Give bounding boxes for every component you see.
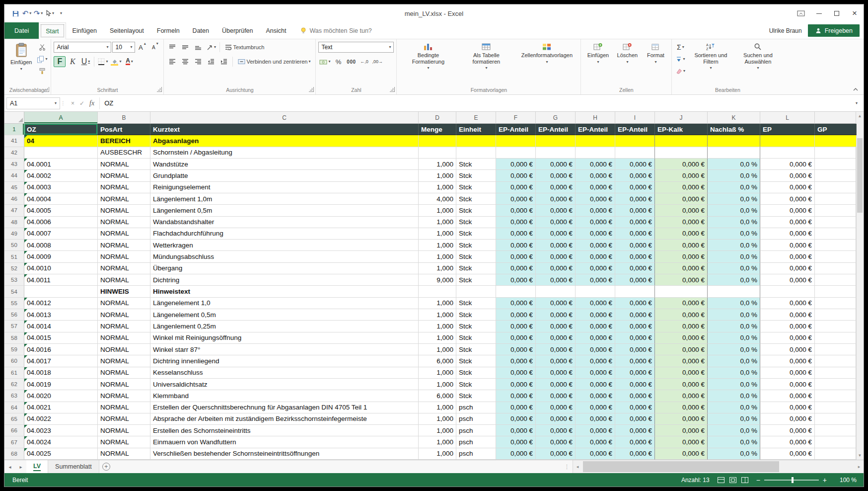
cell-r61-c10[interactable]: 0,0 % — [708, 367, 760, 379]
cell-r1-c8[interactable]: EP-Anteil — [615, 124, 655, 135]
decrease-decimal-button[interactable]: ,00→ — [371, 56, 384, 67]
cell-r63-c9[interactable]: 0,000 € — [655, 390, 708, 402]
cell-r52-c7[interactable]: 0,000 € — [576, 263, 615, 274]
row-number-1[interactable]: 1 — [4, 124, 24, 135]
font-color-button[interactable]: A▾ — [123, 56, 135, 67]
cell-r59-c7[interactable]: 0,000 € — [576, 344, 615, 355]
cell-r51-c1[interactable]: NORMAL — [98, 251, 150, 262]
cell-r1-c6[interactable]: EP-Anteil — [536, 124, 576, 135]
cell-r66-c7[interactable]: 0,000 € — [576, 425, 615, 436]
row-number-47[interactable]: 47 — [4, 205, 24, 216]
row-number-60[interactable]: 60 — [4, 355, 24, 367]
row-number-67[interactable]: 67 — [4, 436, 24, 448]
cell-r68-c7[interactable]: 0,000 € — [576, 448, 615, 460]
cell-r52-c1[interactable]: NORMAL — [98, 263, 150, 274]
align-right-button[interactable] — [192, 56, 204, 67]
cell-r47-c5[interactable]: 0,000 € — [496, 205, 536, 216]
cell-r50-c12[interactable] — [815, 240, 857, 251]
cell-r48-c4[interactable]: Stck — [456, 217, 496, 228]
cell-r48-c11[interactable]: 0,000 € — [760, 217, 815, 228]
row-number-63[interactable]: 63 — [4, 390, 24, 402]
cell-r42-c12[interactable] — [815, 147, 857, 159]
cell-r67-c0[interactable]: 04.0024 — [24, 436, 98, 448]
cell-r44-c6[interactable]: 0,000 € — [536, 170, 576, 181]
cell-r52-c10[interactable]: 0,0 % — [708, 263, 760, 274]
cell-r59-c9[interactable]: 0,000 € — [655, 344, 708, 355]
cell-r41-c0[interactable]: 04 — [24, 135, 98, 147]
cell-r58-c12[interactable] — [815, 332, 857, 344]
format-cells-button[interactable]: Format ▾ — [642, 41, 669, 85]
merge-center-button[interactable]: Verbinden und zentrieren ▾ — [235, 56, 313, 67]
cell-r68-c11[interactable]: 0,000 € — [760, 448, 815, 460]
cell-r55-c11[interactable]: 0,000 € — [760, 298, 815, 309]
zoom-slider[interactable] — [764, 480, 819, 481]
sheet-nav-right-icon[interactable]: ▸ — [15, 460, 26, 473]
cell-r53-c0[interactable]: 04.0011 — [24, 274, 98, 286]
cell-r67-c10[interactable]: 0,0 % — [708, 436, 760, 448]
cell-r63-c12[interactable] — [815, 390, 857, 402]
cell-r67-c6[interactable]: 0,000 € — [536, 436, 576, 448]
grow-font-button[interactable]: A▴ — [136, 42, 148, 53]
cell-r60-c2[interactable]: Dichtring innenliegend — [150, 355, 419, 367]
cut-button[interactable] — [36, 42, 48, 53]
wrap-text-button[interactable]: Textumbruch — [222, 42, 267, 53]
cell-r50-c11[interactable]: 0,000 € — [760, 240, 815, 251]
cell-r49-c10[interactable]: 0,0 % — [708, 228, 760, 240]
cell-r41-c12[interactable] — [815, 135, 857, 147]
cell-r62-c3[interactable]: 1,000 — [419, 379, 456, 390]
align-top-button[interactable] — [166, 42, 178, 53]
cell-r64-c3[interactable]: 1,000 — [419, 402, 456, 413]
cell-r59-c8[interactable]: 0,000 € — [615, 344, 655, 355]
row-number-54[interactable]: 54 — [4, 286, 24, 297]
cell-r45-c11[interactable]: 0,000 € — [760, 182, 815, 193]
cell-r61-c11[interactable]: 0,000 € — [760, 367, 815, 379]
column-header-A[interactable]: A — [24, 112, 98, 124]
cell-r59-c2[interactable]: Winkel starr 87° — [150, 344, 419, 355]
sort-filter-button[interactable]: AZ Sortieren und Filtern ▾ — [688, 41, 733, 85]
cell-r52-c8[interactable]: 0,000 € — [615, 263, 655, 274]
cell-r1-c2[interactable]: Kurztext — [150, 124, 419, 135]
underline-button[interactable]: U▾ — [79, 56, 91, 67]
italic-button[interactable]: K — [67, 56, 78, 67]
cell-r1-c10[interactable]: Nachlaß % — [708, 124, 760, 135]
cell-r68-c0[interactable]: 04.0025 — [24, 448, 98, 460]
cell-r54-c12[interactable] — [815, 286, 857, 297]
cell-r47-c10[interactable]: 0,0 % — [708, 205, 760, 216]
cell-r56-c1[interactable]: NORMAL — [98, 309, 150, 321]
cell-r47-c7[interactable]: 0,000 € — [576, 205, 615, 216]
cell-r51-c7[interactable]: 0,000 € — [576, 251, 615, 262]
cell-r59-c4[interactable]: Stck — [456, 344, 496, 355]
cell-r42-c8[interactable] — [615, 147, 655, 159]
row-number-52[interactable]: 52 — [4, 263, 24, 274]
cell-r67-c9[interactable]: 0,000 € — [655, 436, 708, 448]
cell-r65-c0[interactable]: 04.0022 — [24, 413, 98, 425]
cell-r54-c6[interactable] — [536, 286, 576, 297]
align-bottom-button[interactable] — [192, 42, 204, 53]
alignment-dialog-launcher[interactable] — [309, 87, 314, 92]
cell-r42-c1[interactable]: AUSBESCHR — [98, 147, 150, 159]
cell-r47-c3[interactable]: 1,000 — [419, 205, 456, 216]
cell-r63-c5[interactable]: 0,000 € — [496, 390, 536, 402]
cell-r63-c11[interactable]: 0,000 € — [760, 390, 815, 402]
save-button[interactable] — [10, 7, 20, 19]
cell-r41-c9[interactable] — [655, 135, 708, 147]
cell-r51-c6[interactable]: 0,000 € — [536, 251, 576, 262]
cell-r68-c12[interactable] — [815, 448, 857, 460]
cell-r54-c2[interactable]: Hinweistext — [150, 286, 419, 297]
row-number-51[interactable]: 51 — [4, 251, 24, 262]
ribbon-tab-start[interactable]: Start — [39, 22, 66, 39]
cell-r50-c4[interactable]: Stck — [456, 240, 496, 251]
cell-r44-c3[interactable]: 1,000 — [419, 170, 456, 181]
cell-r44-c8[interactable]: 0,000 € — [615, 170, 655, 181]
cell-r46-c3[interactable]: 4,000 — [419, 193, 456, 205]
cell-r43-c5[interactable]: 0,000 € — [496, 159, 536, 170]
ribbon-tab-datei[interactable]: Datei — [4, 22, 39, 39]
column-header-B[interactable]: B — [98, 112, 150, 124]
cell-r64-c5[interactable]: 0,000 € — [496, 402, 536, 413]
zoom-slider-thumb[interactable] — [792, 477, 794, 483]
account-name[interactable]: Ulrike Braun — [769, 22, 808, 39]
cell-r57-c8[interactable]: 0,000 € — [615, 321, 655, 332]
cell-r49-c7[interactable]: 0,000 € — [576, 228, 615, 240]
cell-r57-c12[interactable] — [815, 321, 857, 332]
cell-r61-c7[interactable]: 0,000 € — [576, 367, 615, 379]
